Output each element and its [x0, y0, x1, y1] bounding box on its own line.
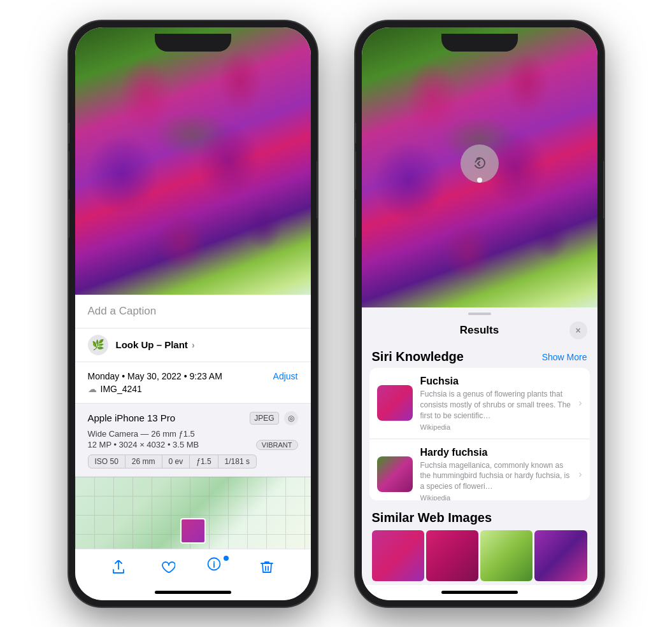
- lookup-icon: 🌿: [88, 335, 108, 355]
- exif-iso: ISO 50: [88, 454, 125, 468]
- cloud-icon: ☁: [88, 384, 97, 394]
- volume-down-button[interactable]: [69, 199, 69, 237]
- fuchsia-description: Fuchsia is a genus of flowering plants t…: [420, 389, 571, 421]
- resolution: 12 MP • 3024 × 4032 • 3.5 MB: [88, 440, 199, 449]
- map-photo-thumb: [180, 518, 206, 544]
- caption-area[interactable]: Add a Caption: [75, 295, 311, 328]
- knowledge-item-fuchsia[interactable]: Fuchsia Fuchsia is a genus of flowering …: [369, 368, 590, 438]
- right-phone-screen: Results × Siri Knowledge Show More Fuchs…: [362, 27, 597, 600]
- hardy-name: Hardy fuchsia: [420, 447, 571, 458]
- home-bar-right: [441, 591, 518, 594]
- similar-image-2[interactable]: [426, 530, 478, 581]
- location-icon[interactable]: ◎: [284, 411, 298, 425]
- exif-aperture: ƒ1.5: [190, 454, 218, 468]
- notch-right: [441, 34, 518, 52]
- notch: [155, 34, 231, 52]
- caption-placeholder: Add a Caption: [88, 305, 157, 317]
- lookup-row[interactable]: 🌿 Look Up – Plant ›: [75, 328, 311, 362]
- lookup-dot: [477, 178, 482, 183]
- knowledge-item-hardy[interactable]: Hardy fuchsia Fuchsia magellanica, commo…: [369, 439, 590, 500]
- similar-section: Similar Web Images: [362, 505, 597, 585]
- power-button-right[interactable]: [603, 161, 604, 218]
- left-phone: Add a Caption 🌿 Look Up – Plant › Monday…: [69, 21, 317, 607]
- home-indicator-right: [362, 585, 597, 600]
- exif-row: ISO 50 26 mm 0 ev ƒ1.5 1/181 s: [88, 454, 298, 468]
- filename-row: ☁ IMG_4241: [88, 384, 298, 394]
- date-text: Monday • May 30, 2022 • 9:23 AM: [88, 371, 222, 381]
- adjust-button[interactable]: Adjust: [273, 371, 298, 381]
- camera-specs: 12 MP • 3024 × 4032 • 3.5 MB VIBRANT: [88, 440, 298, 451]
- map-area[interactable]: [75, 477, 311, 549]
- delete-button[interactable]: [257, 557, 277, 577]
- close-button[interactable]: ×: [569, 321, 587, 339]
- vibrant-badge: VIBRANT: [256, 440, 298, 450]
- exif-ev: 0 ev: [162, 454, 190, 468]
- favorite-button[interactable]: [158, 557, 178, 577]
- camera-model: Apple iPhone 13 Pro: [88, 412, 176, 423]
- similar-image-4[interactable]: [534, 530, 587, 581]
- mute-button-right[interactable]: [355, 123, 356, 143]
- leaf-icon: 🌿: [92, 339, 104, 351]
- camera-badges: JPEG ◎: [250, 411, 297, 425]
- exif-focal: 26 mm: [125, 454, 162, 468]
- flower-overlay: [75, 27, 311, 295]
- filename: IMG_4241: [101, 384, 142, 394]
- similar-title: Similar Web Images: [372, 511, 587, 525]
- show-more-button[interactable]: Show More: [542, 352, 587, 362]
- siri-knowledge-title: Siri Knowledge: [372, 349, 464, 364]
- fuchsia-name: Fuchsia: [420, 376, 571, 387]
- camera-detail: Wide Camera — 26 mm ƒ1.5: [88, 429, 298, 439]
- camera-section: Apple iPhone 13 Pro JPEG ◎ Wide Camera —…: [75, 404, 311, 477]
- home-bar: [155, 591, 231, 594]
- format-badge: JPEG: [250, 412, 278, 425]
- date-row: Monday • May 30, 2022 • 9:23 AM Adjust: [88, 371, 298, 381]
- volume-down-button-right[interactable]: [355, 199, 356, 237]
- similar-image-3[interactable]: [480, 530, 533, 581]
- hardy-source: Wikipedia: [420, 494, 571, 500]
- similar-images-row: [372, 530, 587, 581]
- left-phone-screen: Add a Caption 🌿 Look Up – Plant › Monday…: [75, 27, 311, 600]
- right-phone: Results × Siri Knowledge Show More Fuchs…: [355, 21, 604, 607]
- power-button[interactable]: [317, 161, 317, 218]
- toolbar: [75, 549, 311, 585]
- lookup-chevron-icon: ›: [192, 340, 195, 350]
- home-indicator: [75, 585, 311, 600]
- share-button[interactable]: [108, 557, 129, 577]
- hardy-text: Hardy fuchsia Fuchsia magellanica, commo…: [420, 447, 571, 500]
- info-section: Monday • May 30, 2022 • 9:23 AM Adjust ☁…: [75, 362, 311, 404]
- lookup-label: Look Up – Plant ›: [116, 339, 195, 350]
- exif-shutter: 1/181 s: [218, 454, 257, 468]
- siri-knowledge-header: Siri Knowledge Show More: [362, 344, 597, 368]
- volume-up-button[interactable]: [69, 151, 69, 190]
- hardy-description: Fuchsia magellanica, commonly known as t…: [420, 460, 571, 492]
- results-title: Results: [390, 324, 569, 337]
- photo-image-right[interactable]: [362, 27, 597, 307]
- mute-button[interactable]: [69, 123, 69, 143]
- volume-up-button-right[interactable]: [355, 151, 356, 190]
- info-badge-dot: [222, 554, 230, 562]
- camera-header-row: Apple iPhone 13 Pro JPEG ◎: [88, 411, 298, 425]
- photo-image[interactable]: [75, 27, 311, 295]
- visual-lookup-circle[interactable]: [461, 144, 499, 183]
- info-button[interactable]: [207, 557, 227, 577]
- fuchsia-source: Wikipedia: [420, 423, 571, 431]
- fuchsia-text: Fuchsia Fuchsia is a genus of flowering …: [420, 376, 571, 430]
- hardy-chevron-icon: ›: [578, 468, 582, 480]
- results-panel: Results × Siri Knowledge Show More Fuchs…: [362, 307, 597, 585]
- fuchsia-thumbnail: [377, 385, 413, 421]
- results-header: Results ×: [362, 315, 597, 344]
- similar-image-1[interactable]: [372, 530, 424, 581]
- fuchsia-chevron-icon: ›: [578, 397, 582, 409]
- hardy-thumbnail: [377, 456, 413, 492]
- knowledge-card: Fuchsia Fuchsia is a genus of flowering …: [369, 368, 590, 500]
